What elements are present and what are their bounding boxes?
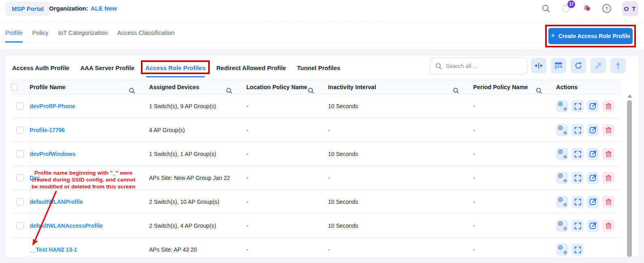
profile-name-link[interactable]: __Test HAN2 13-1 — [30, 246, 77, 253]
period-policy-value: - — [473, 175, 556, 181]
location-policy-value: - — [246, 151, 328, 157]
row-checkbox[interactable] — [17, 126, 24, 134]
gear-icon: ⚙ — [563, 250, 567, 255]
location-policy-value: - — [246, 222, 328, 229]
delete-button[interactable] — [602, 100, 614, 112]
search-icon[interactable] — [541, 4, 551, 13]
expand-button[interactable] — [571, 124, 584, 136]
fullscreen-icon — [574, 127, 581, 134]
trash-icon — [605, 174, 612, 182]
column-profile-name[interactable]: Profile Name — [30, 84, 149, 90]
organization-value-link[interactable]: ALE New — [91, 5, 117, 12]
inactivity-interval-value: 10 Seconds — [328, 222, 473, 229]
expand-button[interactable] — [571, 172, 584, 184]
row-checkbox[interactable] — [17, 103, 24, 110]
column-search-icon[interactable] — [226, 88, 232, 94]
fit-columns-icon — [535, 62, 543, 69]
row-checkbox[interactable] — [17, 198, 24, 205]
column-assigned-devices[interactable]: Assigned Devices — [149, 84, 246, 90]
expand-button[interactable] — [571, 244, 584, 256]
row-checkbox[interactable] — [17, 150, 24, 158]
subtab-access-role-profiles[interactable]: Access Role Profiles — [145, 64, 205, 71]
edit-icon — [589, 174, 597, 182]
profile-name-link[interactable]: devProfWindows — [30, 151, 75, 157]
column-period-policy-name[interactable]: Period Policy Name — [473, 84, 556, 90]
gear-icon: ⚙ — [558, 149, 563, 155]
expand-button[interactable] — [571, 100, 584, 112]
tab-policy[interactable]: Policy — [32, 23, 49, 42]
profile-name-link[interactable]: Profile-17796 — [30, 127, 65, 133]
gear-icon: ⚙ — [563, 179, 567, 183]
settings-gears-button[interactable]: ⚙ ⚙ — [556, 100, 568, 112]
edit-button[interactable] — [587, 172, 599, 184]
column-search-icon[interactable] — [308, 88, 314, 94]
subtab-tunnel-profiles[interactable]: Tunnel Profiles — [297, 64, 340, 71]
column-location-policy-name[interactable]: Location Policy Name — [246, 84, 328, 90]
location-policy-value: - — [246, 103, 328, 109]
edit-button[interactable] — [587, 196, 599, 208]
scroll-up-arrow-icon[interactable] — [627, 94, 632, 98]
settings-gears-button[interactable]: ⚙ ⚙ — [556, 124, 568, 136]
delete-button[interactable] — [602, 220, 614, 232]
period-policy-value: - — [473, 199, 556, 205]
gear-icon: ⚙ — [558, 197, 563, 203]
settings-gears-button[interactable]: ⚙ ⚙ — [556, 148, 568, 160]
column-search-icon[interactable] — [453, 88, 459, 94]
column-search-icon[interactable] — [536, 88, 542, 94]
plus-icon: + — [551, 32, 555, 40]
create-access-role-profile-button[interactable]: + Create Access Role Profile — [548, 28, 633, 44]
expand-button[interactable] — [571, 196, 584, 208]
select-all-checkbox[interactable] — [11, 83, 17, 91]
settings-gears-button[interactable]: ⚙ ⚙ — [556, 172, 568, 184]
scrollbar-thumb[interactable] — [627, 100, 632, 257]
tab-access-classification[interactable]: Access Classification — [117, 23, 175, 42]
refresh-button[interactable] — [571, 58, 586, 73]
delete-button[interactable] — [602, 172, 614, 184]
settings-gears-button[interactable]: ⚙ ⚙ — [556, 220, 568, 232]
tab-iot-categorization[interactable]: IoT Categorization — [58, 23, 108, 42]
search-all-input[interactable] — [446, 63, 515, 69]
msp-portal-button[interactable]: MSP Portal — [5, 2, 50, 16]
avatar[interactable]: O T — [622, 1, 638, 16]
delete-button[interactable] — [602, 124, 614, 136]
location-policy-value: - — [246, 246, 328, 253]
delete-button[interactable] — [602, 148, 614, 160]
search-all-box — [430, 58, 527, 75]
external-link-icon — [594, 62, 602, 70]
open-external-button[interactable] — [591, 58, 606, 73]
edit-button[interactable] — [587, 124, 599, 136]
upload-button[interactable] — [610, 58, 626, 73]
expand-button[interactable] — [571, 220, 584, 232]
vertical-scrollbar[interactable] — [627, 94, 632, 257]
edit-button[interactable] — [587, 148, 599, 160]
tab-profile[interactable]: Profile — [5, 23, 23, 42]
edit-icon — [589, 103, 597, 110]
msp-portal-screen: MSP Portal Organization:ALE New 17 ? — [0, 0, 644, 263]
column-inactivity-interval[interactable]: Inactivity Interval — [328, 84, 473, 90]
edit-button[interactable] — [587, 220, 599, 232]
edit-button[interactable] — [587, 100, 599, 112]
settings-gears-button[interactable]: ⚙ ⚙ — [556, 244, 568, 256]
expand-button[interactable] — [571, 148, 584, 160]
help-icon[interactable]: ? — [602, 4, 612, 13]
organization: Organization:ALE New — [49, 5, 117, 12]
delete-button[interactable] — [602, 196, 614, 208]
trash-icon — [605, 198, 612, 205]
columns-button[interactable] — [551, 58, 566, 73]
inactivity-interval-value: 10 Seconds — [328, 199, 473, 205]
table-header: Profile Name Assigned Devices Location P… — [11, 80, 621, 94]
location-policy-value: - — [246, 199, 328, 205]
fit-columns-button[interactable] — [531, 58, 546, 73]
profile-name-link[interactable]: defaultWLANAccessProfile — [30, 222, 102, 229]
subtab-aaa-server-profile[interactable]: AAA Server Profile — [80, 64, 134, 71]
bell-icon[interactable] — [582, 4, 591, 13]
profile-name-link[interactable]: devProfIP-Phone — [30, 103, 75, 109]
loading-spinner-icon[interactable]: 17 — [561, 4, 571, 13]
profile-name-link[interactable]: defaultWLANProfile — [30, 199, 83, 205]
subtab-access-auth-profile[interactable]: Access Auth Profile — [12, 64, 69, 71]
inactivity-interval-value: - — [328, 175, 473, 181]
row-checkbox[interactable] — [17, 222, 24, 229]
subtab-redirect-allowed-profile[interactable]: Redirect Allowed Profile — [216, 64, 286, 71]
column-search-icon[interactable] — [129, 88, 135, 94]
settings-gears-button[interactable]: ⚙ ⚙ — [556, 196, 568, 208]
